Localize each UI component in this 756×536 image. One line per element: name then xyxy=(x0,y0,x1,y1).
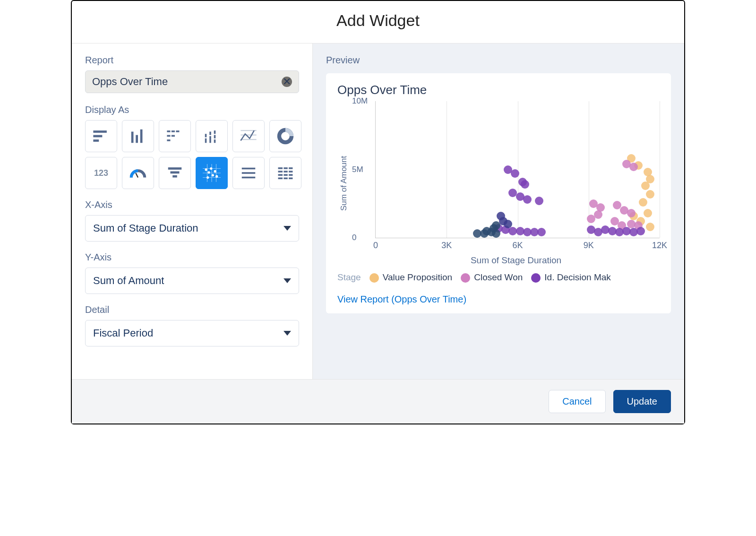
clear-report-icon[interactable]: ✕ xyxy=(282,77,292,87)
svg-rect-43 xyxy=(278,167,283,169)
scatter-point xyxy=(646,190,654,199)
svg-rect-54 xyxy=(289,178,292,180)
svg-rect-3 xyxy=(131,132,134,143)
legend-swatch-icon xyxy=(369,273,379,283)
svg-rect-51 xyxy=(289,174,292,176)
update-button[interactable]: Update xyxy=(613,390,671,413)
svg-rect-16 xyxy=(214,139,216,143)
chart-type-gauge[interactable] xyxy=(122,157,154,189)
modal-footer: Cancel Update xyxy=(72,379,684,424)
scatter-plot-area: 05M10M03K6K9K12K xyxy=(375,101,660,238)
svg-rect-14 xyxy=(209,136,211,143)
svg-rect-49 xyxy=(278,174,283,176)
x-tick-label: 0 xyxy=(373,241,378,251)
scatter-point xyxy=(521,180,529,189)
svg-rect-7 xyxy=(172,130,175,132)
chart-type-horizontal-bar[interactable] xyxy=(85,120,117,152)
caret-down-icon xyxy=(284,278,291,283)
legend-swatch-icon xyxy=(531,273,541,283)
svg-rect-44 xyxy=(284,167,287,169)
svg-rect-47 xyxy=(284,171,287,173)
x-tick-label: 9K xyxy=(584,241,594,251)
svg-rect-4 xyxy=(136,135,138,143)
chart-type-line[interactable] xyxy=(232,120,265,152)
scatter-point xyxy=(639,198,647,207)
svg-rect-1 xyxy=(93,135,102,138)
svg-rect-26 xyxy=(172,175,177,178)
svg-line-23 xyxy=(136,173,138,178)
scatter-point xyxy=(646,223,654,231)
view-report-link[interactable]: View Report (Opps Over Time) xyxy=(337,294,660,305)
report-label: Report xyxy=(85,55,299,66)
svg-rect-0 xyxy=(93,130,107,133)
chart-type-stacked-hbar[interactable] xyxy=(159,120,191,152)
svg-rect-18 xyxy=(214,130,216,134)
report-input[interactable]: Opps Over Time ✕ xyxy=(85,70,299,93)
scatter-point xyxy=(627,209,636,217)
y-tick-label: 10M xyxy=(352,96,368,106)
scatter-point xyxy=(511,169,519,178)
svg-point-33 xyxy=(205,168,207,171)
display-as-label: Display As xyxy=(85,104,299,115)
x-tick-label: 12K xyxy=(652,241,667,251)
chart-type-table[interactable] xyxy=(269,157,301,189)
scatter-point xyxy=(535,197,543,205)
svg-rect-25 xyxy=(171,171,180,173)
svg-rect-8 xyxy=(176,130,179,132)
chart-type-stacked-vbar[interactable] xyxy=(196,120,228,152)
legend-swatch-icon xyxy=(461,273,470,283)
scatter-point xyxy=(523,195,532,204)
x-tick-label: 3K xyxy=(441,241,452,251)
scatter-point xyxy=(641,182,650,190)
xaxis-value: Sum of Stage Duration xyxy=(93,222,198,234)
svg-point-39 xyxy=(206,176,209,179)
svg-rect-11 xyxy=(167,139,170,141)
svg-rect-13 xyxy=(205,134,207,137)
yaxis-select[interactable]: Sum of Amount xyxy=(85,268,299,294)
detail-value: Fiscal Period xyxy=(93,327,153,339)
chart-type-scatter[interactable] xyxy=(196,157,228,189)
scatter-point xyxy=(636,227,645,235)
svg-rect-10 xyxy=(172,135,175,137)
yaxis-label: Y-Axis xyxy=(85,252,299,263)
legend-item: Value Proposition xyxy=(369,272,453,283)
chart-type-vertical-bar[interactable] xyxy=(122,120,154,152)
legend-item: Closed Won xyxy=(461,272,523,283)
chart-type-donut[interactable] xyxy=(269,120,301,152)
chart-type-funnel[interactable] xyxy=(159,157,191,189)
preview-label: Preview xyxy=(326,55,671,66)
cancel-button[interactable]: Cancel xyxy=(549,390,605,413)
svg-rect-5 xyxy=(140,130,143,143)
preview-card: Opps Over Time Sum of Amount 05M10M03K6K… xyxy=(326,73,671,313)
scatter-point xyxy=(644,209,652,217)
svg-rect-12 xyxy=(205,138,207,143)
svg-rect-6 xyxy=(167,130,170,132)
svg-point-34 xyxy=(207,171,210,173)
scatter-point xyxy=(587,215,595,223)
x-tick-label: 6K xyxy=(512,241,523,251)
xaxis-select[interactable]: Sum of Stage Duration xyxy=(85,215,299,242)
caret-down-icon xyxy=(284,331,291,336)
legend-title: Stage xyxy=(337,272,361,283)
svg-rect-2 xyxy=(93,139,99,142)
svg-rect-46 xyxy=(278,171,283,173)
detail-select[interactable]: Fiscal Period xyxy=(85,320,299,346)
legend-item: Id. Decision Mak xyxy=(531,272,610,283)
scatter-point xyxy=(537,228,546,236)
caret-down-icon xyxy=(284,226,291,231)
scatter-point xyxy=(492,229,500,238)
svg-point-36 xyxy=(212,174,214,176)
svg-rect-45 xyxy=(289,167,292,169)
chart-type-metric[interactable]: 123 xyxy=(85,157,117,189)
svg-rect-50 xyxy=(284,174,287,176)
detail-label: Detail xyxy=(85,304,299,315)
report-value: Opps Over Time xyxy=(92,76,168,88)
chart-type-table-light[interactable] xyxy=(232,157,265,189)
svg-rect-24 xyxy=(168,167,182,170)
svg-point-35 xyxy=(210,167,212,170)
svg-rect-17 xyxy=(214,135,216,138)
chart-legend: Stage Value Proposition Closed Won Id. D… xyxy=(337,272,660,283)
config-panel: Report Opps Over Time ✕ Display As xyxy=(72,43,313,379)
svg-rect-9 xyxy=(167,135,170,137)
modal-title: Add Widget xyxy=(72,1,684,43)
